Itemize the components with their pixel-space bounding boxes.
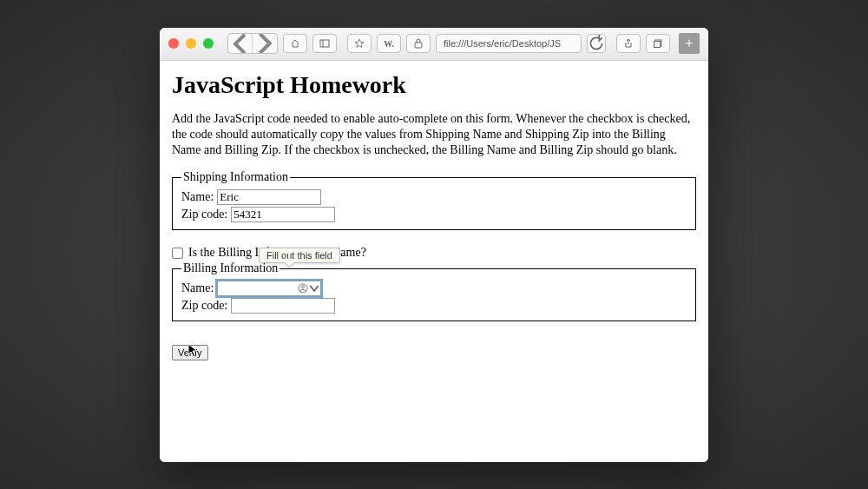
- validation-tooltip: Fill out this field: [259, 248, 340, 263]
- svg-point-6: [302, 286, 305, 288]
- home-button[interactable]: [283, 34, 307, 53]
- sidebar-button[interactable]: [312, 34, 337, 53]
- tabs-button[interactable]: [646, 34, 670, 53]
- url-area: W. file:///Users/eric/Desktop/JS: [347, 34, 606, 53]
- forward-button[interactable]: [253, 34, 277, 53]
- privacy-button[interactable]: [406, 34, 431, 53]
- billing-legend: Billing Information: [181, 261, 279, 275]
- safari-window: W. file:///Users/eric/Desktop/JS + JavaS…: [160, 28, 708, 462]
- autofill-contacts-icon[interactable]: [298, 283, 319, 294]
- svg-rect-4: [654, 42, 661, 48]
- url-text: file:///Users/eric/Desktop/JS: [444, 38, 561, 49]
- page-content: JavaScript Homework Add the JavaScript c…: [160, 61, 708, 462]
- svg-rect-2: [415, 43, 422, 48]
- shipping-fieldset: Shipping Information Name: Zip code:: [172, 170, 696, 230]
- close-window-button[interactable]: [168, 38, 179, 49]
- traffic-lights: [168, 38, 214, 49]
- billing-zip-input[interactable]: [231, 298, 335, 314]
- titlebar: W. file:///Users/eric/Desktop/JS +: [160, 28, 708, 61]
- page-description: Add the JavaScript code needed to enable…: [172, 111, 696, 159]
- share-button[interactable]: [616, 34, 641, 53]
- shipping-name-input[interactable]: [217, 189, 321, 205]
- shipping-name-label: Name:: [181, 190, 214, 204]
- svg-rect-0: [320, 40, 329, 47]
- billing-name-label: Name:: [181, 281, 214, 295]
- same-billing-checkbox[interactable]: [172, 248, 183, 259]
- new-tab-button[interactable]: +: [679, 33, 700, 54]
- shipping-zip-label: Zip code:: [181, 208, 227, 221]
- page-title: JavaScript Homework: [172, 71, 696, 99]
- url-bar[interactable]: file:///Users/eric/Desktop/JS: [436, 34, 582, 53]
- nav-buttons: [227, 33, 278, 54]
- verify-button[interactable]: Verify: [172, 345, 208, 360]
- shipping-legend: Shipping Information: [181, 170, 290, 184]
- minimize-window-button[interactable]: [186, 38, 196, 49]
- billing-zip-label: Zip code:: [181, 299, 227, 313]
- maximize-window-button[interactable]: [203, 38, 214, 49]
- bookmark-button[interactable]: [347, 34, 372, 53]
- reader-button[interactable]: W.: [377, 34, 401, 53]
- billing-fieldset: Billing Information Name: Zip code:: [172, 261, 696, 321]
- shipping-zip-input[interactable]: [231, 207, 335, 222]
- back-button[interactable]: [228, 34, 253, 53]
- reload-button[interactable]: [587, 34, 606, 53]
